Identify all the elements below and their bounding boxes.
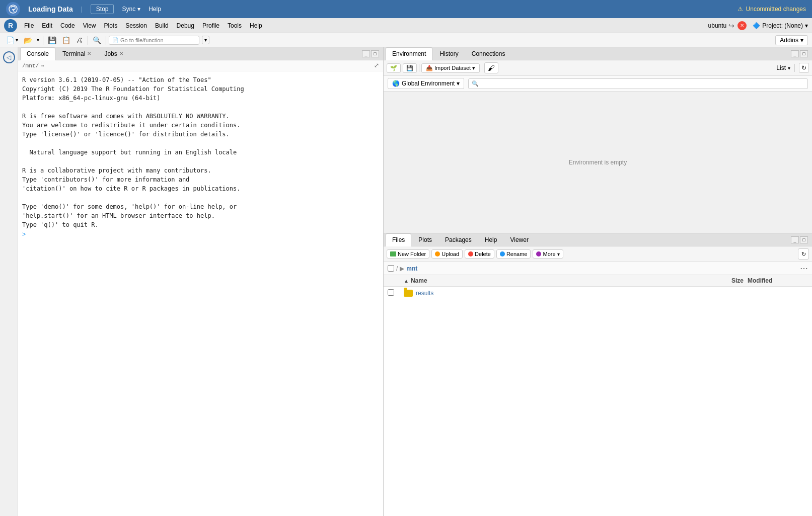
files-maximize-button[interactable]: □	[800, 236, 808, 243]
menu-item-file[interactable]: File	[20, 20, 38, 31]
console-minimize-button[interactable]: _	[362, 50, 370, 57]
env-toolbar: 🌱 💾 📥 Import Dataset ▾ 🖌 List ▾ ↻	[384, 60, 812, 76]
env-broom-button[interactable]: 🌱	[387, 63, 401, 73]
env-minimize-button[interactable]: _	[791, 50, 799, 57]
save-button[interactable]: 💾	[46, 35, 58, 45]
env-search-input[interactable]	[481, 80, 804, 87]
global-environment-button[interactable]: 🌎 Global Environment ▾	[388, 78, 464, 89]
search-field[interactable]: 📄	[109, 36, 199, 45]
project-icon: 🔷	[753, 22, 760, 29]
menu-item-edit[interactable]: Edit	[38, 20, 56, 31]
sync-button[interactable]: Sync ▾	[122, 6, 140, 13]
files-refresh-button[interactable]: ↻	[798, 248, 809, 260]
console-text: R version 3.6.1 (2019-07-05) -- "Action …	[22, 75, 379, 229]
new-folder-button[interactable]: New Folder	[387, 249, 429, 259]
env-paint-button[interactable]: 🖌	[484, 62, 498, 73]
more-icon	[536, 251, 541, 256]
delete-button[interactable]: Delete	[465, 249, 494, 259]
files-path-more-icon[interactable]: ⋯	[800, 264, 808, 273]
path-mnt[interactable]: mnt	[406, 265, 417, 272]
col-modified-header[interactable]: Modified	[748, 277, 808, 284]
menu-item-profile[interactable]: Profile	[198, 20, 224, 31]
menu-item-code[interactable]: Code	[56, 20, 79, 31]
new-file-dropdown-icon[interactable]: ▾	[16, 37, 18, 43]
env-refresh-button[interactable]: ↻	[799, 63, 809, 73]
import-dataset-button[interactable]: 📥 Import Dataset ▾	[421, 63, 480, 73]
menu-item-tools[interactable]: Tools	[224, 20, 246, 31]
help-button[interactable]: Help	[149, 6, 161, 13]
col-check[interactable]	[388, 289, 400, 297]
new-file-button[interactable]: 📄 ▾	[4, 35, 20, 45]
tab-terminal[interactable]: Terminal ✕	[56, 48, 97, 60]
files-table-body: results	[384, 287, 812, 516]
path-separator: /	[396, 265, 398, 272]
menu-item-help[interactable]: Help	[246, 20, 266, 31]
env-search-field[interactable]: 🔍	[468, 78, 808, 89]
files-minimize-button[interactable]: _	[791, 236, 799, 243]
jobs-tab-close[interactable]: ✕	[119, 51, 123, 56]
more-button[interactable]: More ▾	[533, 249, 563, 259]
tab-packages[interactable]: Packages	[439, 234, 478, 246]
list-dropdown-icon[interactable]: ▾	[788, 65, 790, 71]
new-folder-icon	[390, 251, 396, 256]
menu-item-view[interactable]: View	[79, 20, 100, 31]
search-dropdown[interactable]: ▾	[202, 36, 209, 44]
toolbar-separator-2	[88, 36, 88, 45]
tab-files[interactable]: Files	[386, 233, 411, 246]
tab-history[interactable]: History	[433, 48, 464, 60]
console-path-navigate-icon[interactable]: ⇒	[41, 62, 44, 69]
addins-button[interactable]: Addins ▾	[775, 35, 808, 45]
user-logout-icon[interactable]: ↪	[728, 22, 734, 30]
find-button[interactable]: 🔍	[91, 35, 103, 45]
table-row[interactable]: results	[384, 287, 812, 300]
upload-button[interactable]: Upload	[431, 249, 463, 259]
top-bar-separator: |	[81, 6, 83, 13]
delete-icon	[468, 251, 473, 256]
terminal-tab-close[interactable]: ✕	[87, 51, 91, 56]
tab-console[interactable]: Console	[20, 47, 55, 60]
env-empty-state: Environment is empty	[384, 92, 812, 233]
user-close-icon[interactable]: ✕	[737, 21, 747, 30]
project-chevron[interactable]: ▾	[805, 22, 808, 29]
console-maximize-button[interactable]: □	[371, 50, 379, 57]
upload-icon	[435, 251, 440, 256]
files-select-all[interactable]	[388, 265, 394, 272]
open-file-dropdown[interactable]: ▾	[36, 36, 40, 44]
sidebar-navigation-icon[interactable]: ◁	[3, 51, 15, 63]
save-all-button[interactable]: 📋	[60, 35, 72, 45]
col-size-header[interactable]: Size	[703, 277, 744, 284]
console-panel-actions: _ □	[360, 50, 381, 57]
left-panel: Console Terminal ✕ Jobs ✕ _ □ /mnt/ ⇒ ⤢	[18, 47, 384, 516]
stop-button[interactable]: Stop	[91, 4, 114, 14]
tab-plots[interactable]: Plots	[412, 234, 438, 246]
rename-button[interactable]: Rename	[496, 249, 531, 259]
menu-item-debug[interactable]: Debug	[173, 20, 198, 31]
top-bar: Loading Data | Stop Sync ▾ Help ⚠ Uncomm…	[0, 0, 812, 18]
search-input[interactable]	[120, 37, 186, 43]
menu-item-session[interactable]: Session	[121, 20, 151, 31]
file-checkbox[interactable]	[388, 289, 394, 296]
new-file-icon: 📄	[6, 36, 15, 44]
print-button[interactable]: 🖨	[74, 35, 85, 45]
menu-item-build[interactable]: Build	[151, 20, 173, 31]
console-output[interactable]: R version 3.6.1 (2019-07-05) -- "Action …	[18, 71, 383, 516]
env-save-button[interactable]: 💾	[403, 63, 417, 73]
tab-environment[interactable]: Environment	[386, 47, 432, 60]
sort-up-icon: ▲	[404, 278, 409, 284]
tab-connections[interactable]: Connections	[466, 48, 511, 60]
file-name[interactable]: results	[416, 290, 433, 297]
tab-jobs[interactable]: Jobs ✕	[98, 48, 129, 60]
env-search-icon: 🔍	[472, 80, 479, 87]
toolbar-separator-1	[43, 36, 43, 45]
env-maximize-button[interactable]: □	[800, 50, 808, 57]
col-name-header[interactable]: ▲ Name	[404, 277, 699, 284]
menu-item-plots[interactable]: Plots	[100, 20, 122, 31]
user-name: ubuntu	[708, 22, 727, 29]
console-expand-icon[interactable]: ⤢	[374, 62, 379, 69]
list-label[interactable]: List	[776, 64, 786, 71]
env-panel-actions: _ □	[789, 50, 810, 57]
open-file-button[interactable]: 📂	[22, 35, 34, 45]
files-table-header: ▲ Name Size Modified	[384, 275, 812, 287]
tab-help[interactable]: Help	[479, 234, 503, 246]
tab-viewer[interactable]: Viewer	[504, 234, 534, 246]
